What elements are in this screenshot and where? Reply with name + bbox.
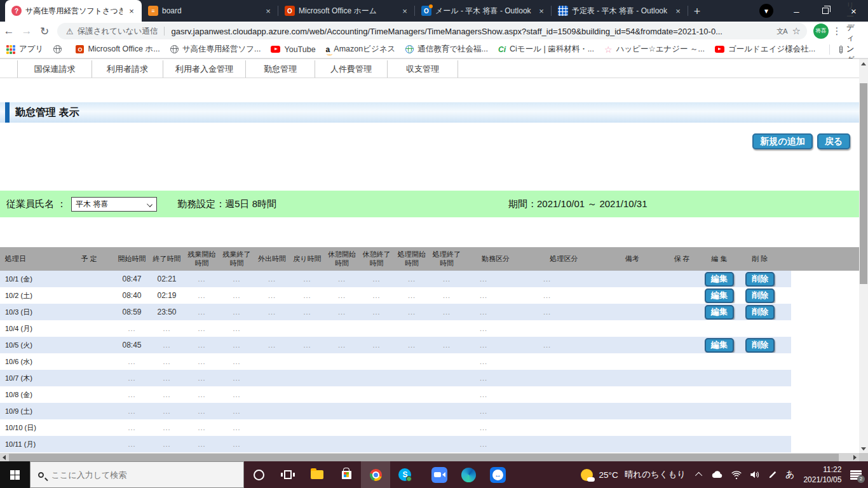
taskbar-app-edge[interactable] — [454, 461, 483, 488]
horizontal-scrollbar[interactable] — [0, 453, 859, 462]
vertical-scrollbar[interactable] — [859, 59, 868, 453]
taskbar-apps: S↔ — [244, 461, 512, 488]
bookmark-item[interactable]: 通信教育で社会福... — [405, 44, 488, 55]
bookmark-item[interactable]: サ高住専用経営ソフ... — [170, 44, 261, 55]
back-page-button[interactable]: 戻る — [817, 133, 850, 149]
calendar-icon — [558, 6, 568, 16]
action-center-icon[interactable]: 2 — [850, 470, 862, 480]
start-button[interactable] — [0, 461, 30, 488]
browser-tab[interactable]: 予定表 - 平木 将喜 - Outlook× — [552, 0, 688, 22]
screen: ?サ高住専用経営ソフトさつきちゃ×≡board×OMicrosoft Offic… — [0, 0, 868, 488]
bookmark-item[interactable]: アプリ — [6, 44, 43, 55]
tab-close-icon[interactable]: × — [400, 6, 410, 16]
taskbar-app-store[interactable] — [332, 461, 361, 488]
cell-dots: ... — [149, 391, 184, 398]
tab-title: 予定表 - 平木 将喜 - Outlook — [572, 6, 669, 17]
tab-close-icon[interactable]: × — [673, 6, 683, 16]
edit-button[interactable]: 編集 — [705, 288, 734, 303]
browser-tab[interactable]: OMicrosoft Office ホーム× — [278, 0, 415, 22]
site-nav-item[interactable]: 人件費管理 — [315, 60, 387, 78]
chevron-down-icon — [147, 201, 153, 207]
new-tab-button[interactable]: + — [688, 3, 706, 20]
minimize-button[interactable]: – — [782, 0, 811, 22]
tab-close-icon[interactable]: × — [536, 6, 546, 16]
youtube-icon — [715, 46, 724, 53]
bookmark-star-icon[interactable]: ☆ — [792, 25, 801, 37]
horizontal-scrollbar-thumb[interactable] — [9, 454, 839, 461]
tab-close-icon[interactable]: × — [263, 6, 273, 16]
bookmark-item[interactable]: CiCiモール | 歯科材料・... — [498, 44, 594, 55]
edit-button[interactable]: 編集 — [705, 272, 734, 287]
reload-button[interactable]: ↻ — [36, 25, 53, 38]
bookmark-item[interactable] — [53, 45, 65, 53]
edit-button[interactable]: 編集 — [705, 338, 734, 353]
address-bar[interactable]: ⚠ 保護されていない通信 gasrv.japanwest.cloudapp.az… — [57, 23, 807, 39]
site-nav-item[interactable]: 勤怠管理 — [245, 60, 315, 78]
taskbar-app-teamviewer[interactable]: ↔ — [483, 461, 512, 488]
forward-button[interactable]: → — [18, 25, 36, 37]
site-nav-item[interactable]: 利用者請求 — [92, 60, 163, 78]
taskbar-app-file-explorer[interactable] — [302, 461, 332, 488]
site-nav-item[interactable]: 国保連請求 — [17, 60, 92, 78]
pen-icon[interactable] — [768, 470, 777, 479]
add-new-button[interactable]: 新規の追加 — [752, 133, 812, 149]
delete-button[interactable]: 削除 — [745, 338, 775, 353]
taskbar-app-zoom[interactable] — [424, 461, 454, 488]
delete-button[interactable]: 削除 — [745, 288, 775, 303]
wifi-icon[interactable] — [731, 470, 742, 479]
cell-delete: 削除 — [739, 305, 781, 320]
ime-indicator[interactable]: あ — [785, 469, 794, 480]
cell-edit: 編集 — [700, 305, 739, 320]
taskbar-app-skype[interactable]: S — [390, 461, 419, 488]
cell-date: 10/11 (月) — [0, 440, 64, 449]
column-header: 残業開始 時間 — [184, 250, 219, 268]
table-row: 10/8 (金)............... — [0, 386, 791, 403]
taskbar-clock[interactable]: 11:22 2021/10/05 — [803, 464, 841, 485]
taskbar-app-cortana[interactable] — [244, 461, 273, 488]
scroll-left-arrow[interactable] — [0, 453, 8, 462]
cell-date: 10/8 (金) — [0, 390, 64, 400]
cell-dots: ... — [219, 440, 254, 448]
bookmark-item[interactable]: aAmazonビジネス — [326, 44, 396, 55]
skype-icon: S — [398, 468, 411, 481]
tab-search-button[interactable]: ▼ — [759, 4, 773, 18]
cell-dots: ... — [114, 424, 149, 431]
taskbar-search[interactable] — [30, 461, 245, 488]
tray-chevron-up-icon[interactable] — [695, 472, 702, 479]
back-button[interactable]: ← — [0, 25, 18, 37]
site-nav-item[interactable]: 収支管理 — [387, 60, 458, 78]
scroll-right-arrow[interactable] — [851, 453, 859, 462]
tab-close-icon[interactable]: × — [126, 6, 137, 16]
tab-strip: ?サ高住専用経営ソフトさつきちゃ×≡board×OMicrosoft Offic… — [0, 0, 688, 22]
column-header: 予 定 — [64, 255, 114, 264]
onedrive-cloud-icon[interactable] — [710, 470, 723, 479]
browser-tab[interactable]: ≡board× — [142, 0, 278, 22]
cell-dots: ... — [464, 275, 527, 283]
employee-select[interactable]: 平木 将喜 — [71, 197, 157, 212]
taskbar-app-chrome[interactable] — [361, 461, 390, 488]
globe-icon — [53, 45, 62, 53]
taskbar-search-input[interactable] — [51, 470, 229, 480]
scroll-up-arrow[interactable] — [859, 59, 868, 68]
browser-tab[interactable]: Oメール - 平木 将喜 - Outlook× — [415, 0, 552, 22]
browser-tab[interactable]: ?サ高住専用経営ソフトさつきちゃ× — [5, 0, 142, 22]
page-content: 国保連請求利用者請求利用者入金管理勤怠管理人件費管理収支管理 勤怠管理 表示 新… — [0, 58, 868, 461]
translate-icon[interactable]: 文A — [776, 27, 787, 36]
cell-dots: ... — [184, 374, 219, 382]
site-nav-item[interactable]: 利用者入金管理 — [163, 60, 245, 78]
bookmark-item[interactable]: ゴールドエイジ様会社... — [715, 44, 815, 55]
delete-button[interactable]: 削除 — [745, 305, 775, 320]
taskbar-app-task-view[interactable] — [273, 461, 302, 488]
scroll-down-arrow[interactable] — [859, 444, 868, 453]
bookmark-item[interactable]: OMicrosoft Office ホ... — [76, 44, 159, 55]
weather-widget[interactable]: 25°C 晴れのちくもり — [581, 469, 686, 481]
cell-dots: ... — [219, 275, 254, 283]
bookmark-item[interactable]: YouTube — [271, 45, 315, 54]
globe-icon — [170, 45, 179, 53]
speaker-icon[interactable] — [750, 470, 760, 479]
edit-button[interactable]: 編集 — [705, 305, 734, 320]
delete-button[interactable]: 削除 — [745, 272, 775, 287]
url-text: gasrv.japanwest.cloudapp.azure.com/web/A… — [171, 27, 771, 36]
bookmark-item[interactable]: ☆ハッピー☆エナジー ～... — [604, 44, 705, 55]
vertical-scrollbar-thumb[interactable] — [860, 83, 867, 284]
